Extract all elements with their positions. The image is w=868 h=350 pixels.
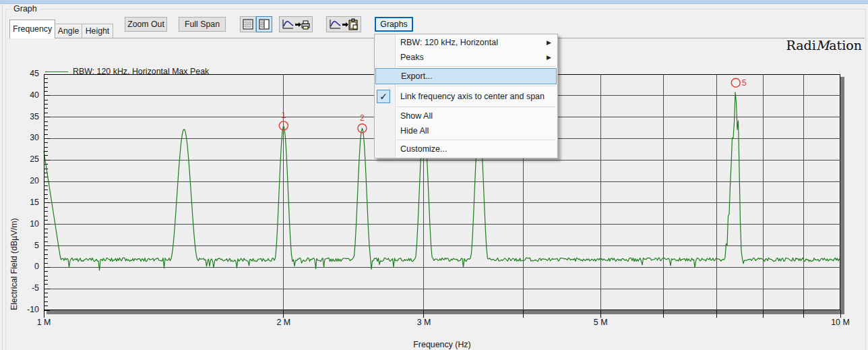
chart-copy-icon (329, 18, 359, 30)
y-tick-label: 15 (13, 198, 39, 207)
menu-item-label: Hide All (400, 126, 429, 136)
copy-graph-button[interactable] (326, 16, 361, 32)
peak-marker-label-1: 1 (281, 111, 286, 120)
y-tick-label: 20 (13, 176, 39, 185)
y-tick-label: 45 (13, 69, 39, 78)
y-tick-label: 5 (13, 241, 39, 250)
y-tick-label: 30 (13, 133, 39, 142)
y-tick-label: 0 (13, 262, 39, 271)
menu-item-hide-all[interactable]: Hide All (375, 123, 557, 138)
chart-print-icon (282, 18, 310, 30)
menu-item-label: Show All (400, 111, 433, 121)
checkmark-icon: ✓ (377, 90, 390, 103)
menu-item-label: Export... (401, 71, 433, 81)
graphs-menu: RBW: 120 kHz, Horizontal▶Peaks▶Export...… (374, 34, 558, 158)
window-top-edge (0, 0, 868, 4)
graph-window: Graph Frequency Angle Height Zoom Out Fu… (0, 0, 868, 350)
grid-column-icon (259, 19, 270, 30)
x-tick-label: 2 M (268, 318, 300, 327)
y-tick-label: -10 (13, 305, 39, 314)
zoom-out-button[interactable]: Zoom Out (125, 17, 167, 32)
x-tick-label: 3 M (408, 318, 440, 327)
print-graph-button[interactable] (279, 16, 313, 32)
plot-bottom-shadow (46, 310, 844, 314)
y-tick-label: 10 (13, 219, 39, 229)
outer-groupbox-edge (2, 3, 3, 350)
y-tick-label: -5 (13, 283, 39, 293)
legend-line-sample (45, 71, 68, 72)
menu-item-link-frequency-axis-to-center-and-span[interactable]: Link frequency axis to center and span✓ (375, 88, 557, 105)
x-tick-label: 10 M (824, 318, 857, 327)
grid-icon (243, 19, 253, 30)
y-tick-label: 25 (13, 154, 39, 164)
graph-groupbox-label: Graph (11, 4, 40, 13)
y-axis-title: Electrical Field (dBµV/m) (9, 74, 19, 310)
tab-height[interactable]: Height (82, 24, 113, 38)
menu-item-label: RBW: 120 kHz, Horizontal (400, 38, 498, 47)
menu-item-label: Customize... (400, 144, 447, 154)
y-tick-label: 35 (13, 112, 39, 121)
tab-angle[interactable]: Angle (55, 24, 82, 38)
peak-marker-label-5: 5 (742, 78, 747, 88)
full-span-button[interactable]: Full Span (179, 17, 226, 32)
menu-item-show-all[interactable]: Show All (375, 109, 557, 123)
menu-item-peaks[interactable]: Peaks▶ (375, 50, 557, 65)
graphs-menu-button[interactable]: Graphs (375, 17, 413, 32)
menu-item-label: Peaks (400, 53, 424, 62)
grid-column-view-button[interactable] (256, 16, 272, 32)
x-axis-title: Frequency (Hz) (375, 340, 509, 349)
menu-item-rbw-120-khz-horizontal[interactable]: RBW: 120 kHz, Horizontal▶ (375, 35, 557, 50)
x-tick-label: 5 M (584, 318, 617, 327)
tab-frequency[interactable]: Frequency (9, 20, 55, 38)
menu-item-label: Link frequency axis to center and span (400, 92, 545, 101)
plot-right-shadow (840, 77, 844, 314)
grid-view-button[interactable] (240, 16, 256, 32)
y-tick-label: 40 (13, 90, 39, 100)
menu-item-customize[interactable]: Customize... (375, 142, 557, 156)
submenu-arrow-icon: ▶ (547, 50, 551, 65)
x-tick-label: 1 M (28, 318, 60, 327)
radimation-logo: RadiMation (786, 38, 863, 53)
peak-marker-label-2: 2 (360, 113, 365, 123)
menu-item-export[interactable]: Export... (375, 68, 557, 84)
submenu-arrow-icon: ▶ (547, 35, 551, 50)
